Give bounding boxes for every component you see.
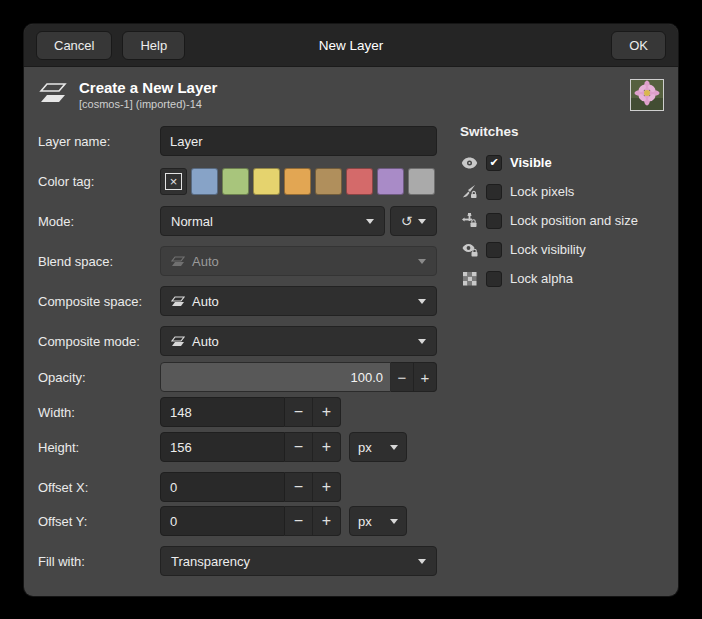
width-increase-button[interactable]: +	[313, 397, 341, 427]
lock-alpha-checkbox[interactable]	[486, 271, 502, 287]
blend-space-value: Auto	[192, 254, 219, 269]
paintbrush-lock-icon	[460, 184, 479, 199]
dialog-header: Create a New Layer [cosmos-1] (imported)…	[24, 67, 678, 111]
blend-space-label: Blend space:	[38, 254, 160, 269]
opacity-value: 100.0	[350, 370, 383, 385]
titlebar: Cancel Help New Layer OK	[24, 24, 678, 67]
mode-legacy-switch-button[interactable]: ↺	[390, 206, 437, 236]
switch-lock-pixels: Lock pixels	[460, 177, 670, 206]
width-label: Width:	[38, 405, 160, 420]
height-row: Height: 156 − + px	[38, 432, 451, 462]
chevron-down-icon	[418, 299, 426, 304]
offset-unit-dropdown[interactable]: px	[349, 506, 407, 536]
composite-mode-value: Auto	[192, 334, 219, 349]
offset-y-input[interactable]: 0	[160, 506, 285, 536]
color-tag-blue[interactable]	[191, 168, 218, 195]
opacity-row: Opacity: 100.0 − +	[38, 362, 451, 392]
height-input[interactable]: 156	[160, 432, 285, 462]
color-tag-red[interactable]	[346, 168, 373, 195]
width-input[interactable]: 148	[160, 397, 285, 427]
image-thumbnail	[630, 79, 664, 111]
mode-dropdown[interactable]: Normal	[160, 206, 385, 236]
mode-row: Mode: Normal ↺	[38, 206, 451, 236]
fill-with-dropdown[interactable]: Transparency	[160, 546, 437, 576]
offset-x-label: Offset X:	[38, 480, 160, 495]
width-row: Width: 148 − +	[38, 397, 451, 427]
move-lock-icon	[460, 213, 479, 228]
color-tag-none[interactable]: ×	[160, 168, 187, 195]
new-layer-icon	[38, 82, 68, 110]
visible-checkbox[interactable]: ✔	[486, 155, 502, 171]
opacity-slider[interactable]: 100.0	[160, 362, 391, 392]
ok-button[interactable]: OK	[611, 31, 666, 60]
image-name: [cosmos-1] (imported)-14	[79, 98, 217, 110]
offset-y-decrease-button[interactable]: −	[285, 506, 313, 536]
size-unit-value: px	[358, 440, 372, 455]
switch-visible: ✔ Visible	[460, 148, 670, 177]
fill-with-label: Fill with:	[38, 554, 160, 569]
mode-value: Normal	[171, 214, 213, 229]
offset-y-label: Offset Y:	[38, 514, 160, 529]
lock-position-checkbox[interactable]	[486, 213, 502, 229]
layer-name-row: Layer name: Layer	[38, 126, 451, 156]
lock-position-label: Lock position and size	[510, 213, 638, 228]
color-tag-violet[interactable]	[377, 168, 404, 195]
help-button[interactable]: Help	[122, 31, 185, 60]
offset-y-row: Offset Y: 0 − + px	[38, 506, 451, 536]
chevron-down-icon	[418, 259, 426, 264]
no-tag-icon: ×	[165, 173, 182, 190]
composite-mode-dropdown[interactable]: Auto	[160, 326, 437, 356]
offset-x-increase-button[interactable]: +	[313, 472, 341, 502]
layer-form: Layer name: Layer Color tag: ×	[38, 126, 451, 586]
chevron-down-icon	[366, 219, 374, 224]
composite-mode-row: Composite mode: Auto	[38, 326, 451, 356]
composite-space-dropdown[interactable]: Auto	[160, 286, 437, 316]
reset-history-icon: ↺	[401, 214, 413, 228]
offset-y-increase-button[interactable]: +	[313, 506, 341, 536]
height-increase-button[interactable]: +	[313, 432, 341, 462]
cancel-button[interactable]: Cancel	[36, 31, 112, 60]
eye-icon	[460, 157, 479, 169]
offset-x-row: Offset X: 0 − +	[38, 472, 451, 502]
switch-lock-position: Lock position and size	[460, 206, 670, 235]
composite-space-value: Auto	[192, 294, 219, 309]
opacity-decrease-button[interactable]: −	[391, 362, 414, 392]
composite-space-row: Composite space: Auto	[38, 286, 451, 316]
chevron-down-icon	[418, 219, 426, 224]
fill-with-value: Transparency	[171, 554, 250, 569]
layer-icon	[171, 336, 185, 347]
opacity-increase-button[interactable]: +	[414, 362, 437, 392]
width-decrease-button[interactable]: −	[285, 397, 313, 427]
lock-pixels-checkbox[interactable]	[486, 184, 502, 200]
chevron-down-icon	[390, 519, 398, 524]
color-tag-brown[interactable]	[315, 168, 342, 195]
mode-label: Mode:	[38, 214, 160, 229]
composite-space-label: Composite space:	[38, 294, 160, 309]
height-decrease-button[interactable]: −	[285, 432, 313, 462]
blend-space-dropdown: Auto	[160, 246, 437, 276]
offset-unit-value: px	[358, 514, 372, 529]
opacity-label: Opacity:	[38, 370, 160, 385]
composite-mode-label: Composite mode:	[38, 334, 160, 349]
checkmark-icon: ✔	[489, 157, 498, 168]
size-unit-dropdown[interactable]: px	[349, 432, 407, 462]
color-tag-green[interactable]	[222, 168, 249, 195]
page-title: Create a New Layer	[79, 79, 217, 97]
chevron-down-icon	[418, 339, 426, 344]
switches-panel: Switches ✔ Visible	[460, 124, 670, 293]
color-tag-yellow[interactable]	[253, 168, 280, 195]
offset-x-input[interactable]: 0	[160, 472, 285, 502]
switches-title: Switches	[460, 124, 670, 139]
lock-visibility-checkbox[interactable]	[486, 242, 502, 258]
color-tag-orange[interactable]	[284, 168, 311, 195]
fill-with-row: Fill with: Transparency	[38, 546, 451, 576]
color-tag-gray[interactable]	[408, 168, 435, 195]
blend-space-row: Blend space: Auto	[38, 246, 451, 276]
new-layer-dialog: Cancel Help New Layer OK Create a New La…	[24, 24, 678, 596]
color-tag-label: Color tag:	[38, 174, 160, 189]
chevron-down-icon	[390, 445, 398, 450]
layer-name-input[interactable]: Layer	[160, 126, 437, 156]
chevron-down-icon	[418, 559, 426, 564]
offset-x-decrease-button[interactable]: −	[285, 472, 313, 502]
layer-icon	[171, 256, 185, 267]
